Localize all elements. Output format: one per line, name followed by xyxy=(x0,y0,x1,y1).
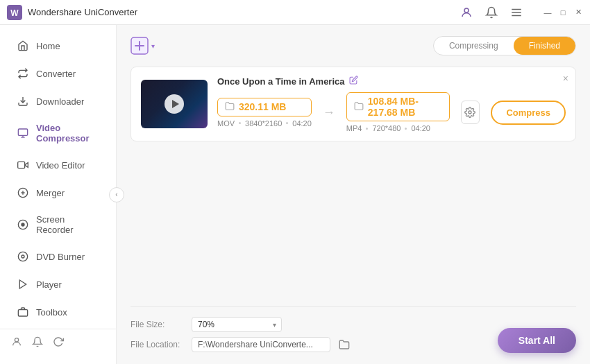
target-format: MP4 xyxy=(346,124,362,132)
user-icon[interactable] xyxy=(457,3,476,22)
meta-dot-3 xyxy=(366,128,368,130)
sidebar-label-video-compressor: Video Compressor xyxy=(36,123,99,144)
svg-marker-10 xyxy=(25,163,28,168)
source-size-block: 320.11 MB MOV 3840*2160 04:20 xyxy=(217,98,312,128)
minimize-button[interactable]: — xyxy=(543,8,553,17)
maximize-button[interactable]: □ xyxy=(558,8,568,17)
titlebar: W Wondershare UniConverter — □ ✕ xyxy=(0,0,590,25)
file-thumbnail[interactable] xyxy=(141,80,208,128)
close-button[interactable]: ✕ xyxy=(573,8,583,17)
downloader-icon xyxy=(17,95,29,107)
target-size-block: 108.84 MB-217.68 MB MP4 720*480 04:20 xyxy=(346,92,450,132)
sidebar-bottom-icons xyxy=(0,329,116,357)
home-icon xyxy=(17,40,29,52)
source-resolution: 3840*2160 xyxy=(245,119,282,128)
file-card: × Once Upon a Time in America xyxy=(130,67,576,141)
file-info: Once Upon a Time in America 320.11 MB xyxy=(217,76,566,132)
svg-text:W: W xyxy=(10,8,19,18)
target-duration: 04:20 xyxy=(411,124,430,132)
meta-dot-1 xyxy=(239,122,241,124)
tab-finished[interactable]: Finished xyxy=(514,37,575,55)
target-meta-row: MP4 720*480 04:20 xyxy=(346,124,450,132)
menu-icon[interactable] xyxy=(507,3,526,22)
sidebar-item-downloader[interactable]: Downloader xyxy=(4,88,112,114)
svg-point-25 xyxy=(469,111,471,114)
app-logo: W xyxy=(7,5,22,20)
sidebar-label-toolbox: Toolbox xyxy=(36,307,67,318)
content-area: ▾ Compressing Finished × Once Upon a Tim… xyxy=(117,25,590,364)
sidebar-label-home: Home xyxy=(36,41,60,51)
target-folder-icon xyxy=(354,101,364,113)
open-folder-button[interactable] xyxy=(336,336,353,353)
sidebar-label-screen-recorder: Screen Recorder xyxy=(36,214,99,235)
player-icon xyxy=(17,278,29,291)
svg-marker-19 xyxy=(19,280,26,288)
sidebar-item-video-compressor[interactable]: Video Compressor xyxy=(4,116,112,150)
svg-point-16 xyxy=(22,223,24,226)
sidebar-item-home[interactable]: Home xyxy=(4,33,112,59)
sidebar-item-player[interactable]: Player xyxy=(4,271,112,297)
file-size-select-wrapper: 50% 60% 70% 80% 90% xyxy=(192,317,282,332)
sidebar-item-converter[interactable]: Converter xyxy=(4,60,112,87)
source-size-box: 320.11 MB xyxy=(217,98,312,116)
sidebar-label-downloader: Downloader xyxy=(36,96,84,107)
sidebar-label-video-editor: Video Editor xyxy=(36,160,85,171)
source-duration: 04:20 xyxy=(292,119,312,128)
compress-info-row: 320.11 MB MOV 3840*2160 04:20 → xyxy=(217,92,566,132)
svg-rect-7 xyxy=(18,129,27,135)
svg-point-17 xyxy=(18,252,27,261)
titlebar-controls: — □ ✕ xyxy=(457,3,583,22)
sidebar-label-dvd-burner: DVD Burner xyxy=(36,252,85,262)
sidebar-item-toolbox[interactable]: Toolbox xyxy=(4,299,112,325)
video-compressor-icon xyxy=(17,127,29,139)
compress-arrow-icon: → xyxy=(323,105,335,120)
top-bar: ▾ Compressing Finished xyxy=(130,36,576,55)
svg-point-21 xyxy=(15,338,18,342)
dvd-burner-icon xyxy=(17,250,29,263)
sidebar-label-merger: Merger xyxy=(36,188,65,198)
meta-dot-4 xyxy=(405,128,407,130)
file-size-label: File Size: xyxy=(130,320,186,329)
sidebar-collapse-button[interactable]: ‹ xyxy=(109,187,124,202)
source-meta-row: MOV 3840*2160 04:20 xyxy=(217,119,312,128)
sidebar-label-converter: Converter xyxy=(36,69,76,79)
main-layout: Home Converter Downloader Video Compress… xyxy=(0,25,590,364)
sidebar-label-player: Player xyxy=(36,279,62,290)
sidebar-item-merger[interactable]: Merger xyxy=(4,180,112,206)
screen-recorder-icon xyxy=(17,218,29,231)
source-folder-icon xyxy=(225,101,235,113)
app-title: Wondershare UniConverter xyxy=(28,7,457,17)
source-size-text: 320.11 MB xyxy=(239,101,286,112)
svg-point-18 xyxy=(22,255,24,258)
tab-compressing[interactable]: Compressing xyxy=(434,37,514,55)
edit-title-icon[interactable] xyxy=(349,76,358,87)
file-path-text: F:\Wondershare UniConverte... xyxy=(192,337,330,352)
toolbox-icon xyxy=(17,306,29,318)
file-size-select[interactable]: 50% 60% 70% 80% 90% xyxy=(192,317,282,332)
source-format: MOV xyxy=(217,119,235,128)
video-editor-icon xyxy=(17,159,29,171)
start-all-button[interactable]: Start All xyxy=(498,328,576,353)
add-files-dropdown-icon: ▾ xyxy=(151,42,155,50)
file-location-label: File Location: xyxy=(130,340,186,349)
sidebar-item-dvd-burner[interactable]: DVD Burner xyxy=(4,243,112,270)
file-card-close-button[interactable]: × xyxy=(563,73,568,84)
file-title-row: Once Upon a Time in America xyxy=(217,76,566,87)
bell-bottom-icon[interactable] xyxy=(32,336,43,350)
sidebar-item-screen-recorder[interactable]: Screen Recorder xyxy=(4,207,112,242)
settings-button[interactable] xyxy=(461,101,480,124)
sidebar-item-video-editor[interactable]: Video Editor xyxy=(4,152,112,178)
compress-button[interactable]: Compress xyxy=(491,101,566,125)
converter-icon xyxy=(17,67,29,80)
svg-rect-20 xyxy=(18,310,27,316)
meta-dot-2 xyxy=(286,122,288,124)
play-button[interactable] xyxy=(165,94,184,114)
bell-icon[interactable] xyxy=(482,3,501,22)
merger-icon xyxy=(17,187,29,199)
target-size-text: 108.84 MB-217.68 MB xyxy=(368,96,442,118)
user-bottom-icon[interactable] xyxy=(11,336,22,350)
add-files-button[interactable]: ▾ xyxy=(130,37,155,55)
sidebar: Home Converter Downloader Video Compress… xyxy=(0,25,117,364)
file-title-text: Once Upon a Time in America xyxy=(217,76,345,87)
refresh-bottom-icon[interactable] xyxy=(53,336,64,350)
